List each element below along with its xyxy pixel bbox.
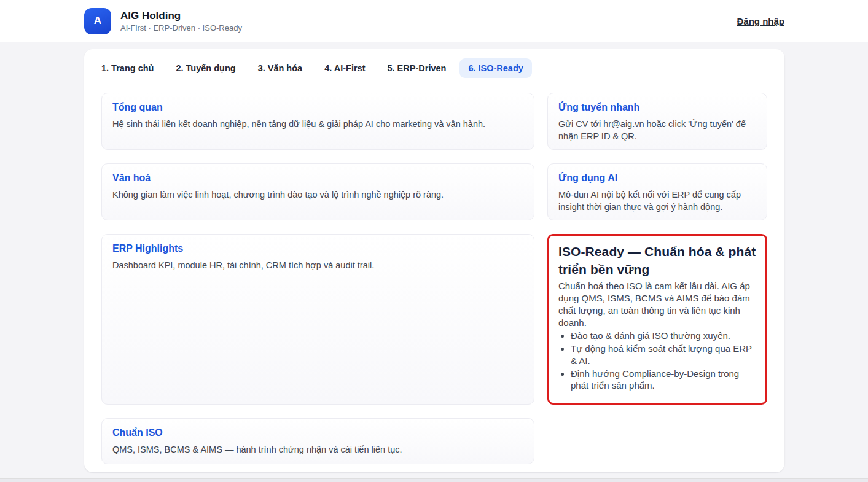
card-ung-dung-ai-title: Ứng dụng AI [558,173,756,184]
brand: A AIG Holding AI-First · ERP-Driven · IS… [84,8,242,34]
hr-email-link[interactable]: hr@aig.vn [603,119,644,129]
card-ung-dung-ai-body: Mô-đun AI nội bộ kết nối với ERP để cung… [558,189,756,213]
card-chuan-iso: Chuẩn ISO QMS, ISMS, BCMS & AIMS — hành … [101,418,534,464]
card-ung-dung-ai: Ứng dụng AI Mô-đun AI nội bộ kết nối với… [547,163,767,220]
card-van-hoa: Văn hoá Không gian làm việc linh hoạt, c… [101,163,534,220]
tab-3[interactable]: 3. Văn hóa [249,58,311,78]
brand-logo: A [84,8,111,34]
tab-6[interactable]: 6. ISO-Ready [459,58,531,78]
iso-ready-body: Chuẩn hoá theo ISO là cam kết lâu dài. A… [558,280,756,329]
tab-1[interactable]: 1. Trang chủ [93,58,162,78]
page-bottom-edge [0,478,868,482]
iso-ready-bullet-2: Tự động hoá kiểm soát chất lượng qua ERP… [571,343,756,367]
tab-4[interactable]: 4. AI-First [316,58,373,78]
card-ung-tuyen-nhanh: Ứng tuyển nhanh Gửi CV tới hr@aig.vn hoặ… [547,93,767,150]
apply-text-before: Gửi CV tới [558,119,603,129]
tab-5[interactable]: 5. ERP-Driven [379,58,455,78]
tab-2[interactable]: 2. Tuyển dụng [167,58,244,78]
card-erp-highlights-title: ERP Highlights [112,243,523,254]
card-tong-quan-title: Tổng quan [112,102,523,113]
iso-ready-bullet-3: Định hướng Compliance-by-Design trong ph… [571,368,756,392]
card-van-hoa-title: Văn hoá [112,173,523,184]
card-iso-ready-highlighted: ISO-Ready — Chuẩn hóa & phát triển bền v… [547,234,767,405]
tab-bar: 1. Trang chủ2. Tuyển dụng3. Văn hóa4. AI… [93,58,767,78]
brand-subtitle: AI-First · ERP-Driven · ISO-Ready [120,23,242,33]
card-erp-highlights-body: Dashboard KPI, module HR, tài chính, CRM… [112,260,523,272]
iso-ready-bullet-1: Đào tạo & đánh giá ISO thường xuyên. [571,330,756,342]
cards-grid: Tổng quan Hệ sinh thái liên kết doanh ng… [101,93,767,464]
card-erp-highlights: ERP Highlights Dashboard KPI, module HR,… [101,234,534,405]
iso-ready-title: ISO-Ready — Chuẩn hóa & phát triển bền v… [558,243,756,279]
card-chuan-iso-title: Chuẩn ISO [112,427,523,438]
card-ung-tuyen-nhanh-body: Gửi CV tới hr@aig.vn hoặc click 'Ứng tuy… [558,119,756,142]
card-chuan-iso-body: QMS, ISMS, BCMS & AIMS — hành trình chứn… [112,444,523,456]
main-content-panel: 1. Trang chủ2. Tuyển dụng3. Văn hóa4. AI… [84,49,784,472]
iso-ready-bullet-list: Đào tạo & đánh giá ISO thường xuyên.Tự đ… [558,330,756,392]
top-header: A AIG Holding AI-First · ERP-Driven · IS… [0,0,868,42]
card-van-hoa-body: Không gian làm việc linh hoạt, chương tr… [112,189,523,201]
empty-grid-cell [547,418,767,464]
login-link[interactable]: Đăng nhập [737,16,785,26]
card-ung-tuyen-nhanh-title: Ứng tuyển nhanh [558,102,756,113]
card-tong-quan: Tổng quan Hệ sinh thái liên kết doanh ng… [101,93,534,150]
card-tong-quan-body: Hệ sinh thái liên kết doanh nghiệp, nền … [112,119,523,131]
brand-title: AIG Holding [120,9,242,22]
